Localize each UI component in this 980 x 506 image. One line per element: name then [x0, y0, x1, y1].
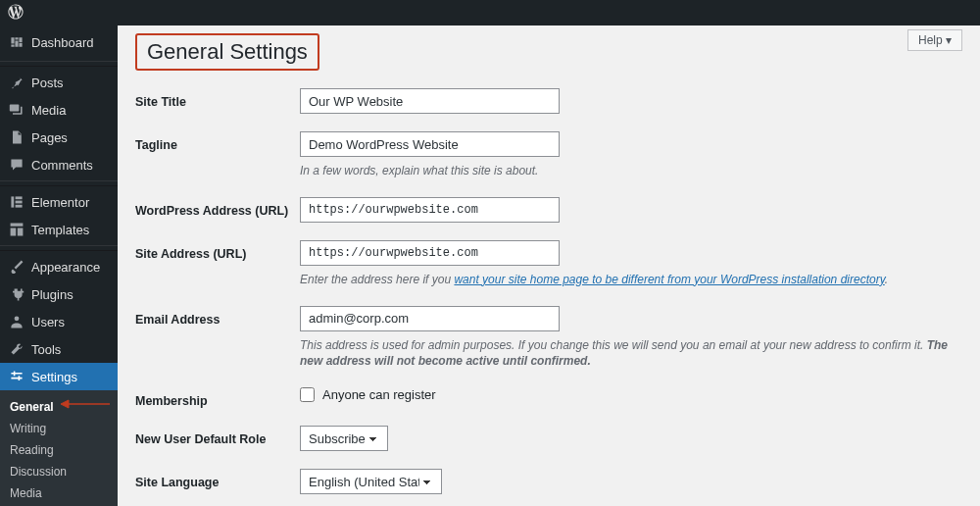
svg-rect-3 [16, 205, 23, 208]
menu-label: Pages [31, 130, 68, 145]
site-title-input[interactable] [300, 88, 560, 114]
users-icon [8, 314, 25, 329]
email-input[interactable] [300, 306, 560, 331]
sidebar-item-users[interactable]: Users [0, 308, 118, 335]
sidebar-item-posts[interactable]: Posts [0, 69, 118, 96]
menu-separator [0, 180, 118, 186]
svg-marker-5 [61, 400, 69, 408]
label-site-url: Site Address (URL) [135, 240, 300, 261]
row-site-url: Site Address (URL) Enter the address her… [135, 240, 962, 288]
menu-label: Elementor [31, 195, 89, 210]
settings-form: Site Title Tagline In a few words, expla… [135, 88, 962, 494]
submenu-label: Media [10, 486, 42, 500]
label-site-title: Site Title [135, 88, 300, 109]
brush-icon [8, 259, 25, 275]
default-role-select[interactable]: Subscriber [300, 426, 388, 451]
wrench-icon [8, 341, 25, 357]
menu-separator [0, 61, 118, 67]
label-email: Email Address [135, 306, 300, 327]
language-select[interactable]: English (United States) [300, 469, 442, 494]
svg-rect-1 [16, 196, 23, 199]
row-tagline: Tagline In a few words, explain what thi… [135, 131, 962, 179]
annotation-arrow-icon [61, 398, 110, 408]
label-tagline: Tagline [135, 131, 300, 152]
label-default-role: New User Default Role [135, 426, 300, 446]
email-description: This address is used for admin purposes.… [300, 337, 962, 371]
submenu-item-writing[interactable]: Writing [0, 418, 118, 439]
sidebar-item-templates[interactable]: Templates [0, 216, 118, 243]
svg-rect-2 [16, 201, 23, 204]
menu-label: Plugins [31, 287, 74, 302]
comments-icon [8, 157, 25, 173]
svg-rect-0 [11, 196, 14, 207]
admin-top-bar [0, 0, 980, 25]
help-button[interactable]: Help [907, 29, 962, 51]
sidebar-item-comments[interactable]: Comments [0, 151, 118, 178]
menu-separator [0, 245, 118, 251]
pin-icon [8, 75, 25, 90]
menu-label: Appearance [31, 260, 100, 275]
sidebar-item-media[interactable]: Media [0, 96, 118, 124]
main-content: Help General Settings Site Title Tagline… [118, 25, 980, 506]
admin-sidebar: Dashboard Posts Media Pages Comments [0, 25, 118, 506]
page-title: General Settings [135, 33, 319, 71]
submenu-item-media[interactable]: Media [0, 482, 118, 504]
sidebar-item-elementor[interactable]: Elementor [0, 188, 118, 216]
menu-label: Settings [31, 370, 77, 384]
row-site-title: Site Title [135, 88, 962, 114]
submenu-label: Discussion [10, 465, 67, 479]
dashboard-icon [8, 34, 25, 50]
elementor-icon [8, 194, 25, 210]
page-icon [8, 129, 25, 145]
membership-checkbox-label[interactable]: Anyone can register [300, 387, 436, 402]
sidebar-item-dashboard[interactable]: Dashboard [0, 25, 118, 59]
wp-url-input[interactable] [300, 197, 560, 223]
plug-icon [8, 286, 25, 302]
menu-label: Templates [31, 223, 89, 237]
menu-label: Dashboard [31, 35, 94, 50]
menu-label: Tools [31, 342, 61, 357]
sidebar-item-settings[interactable]: Settings [0, 363, 118, 390]
sliders-icon [8, 369, 25, 384]
label-membership: Membership [135, 387, 300, 408]
sidebar-item-plugins[interactable]: Plugins [0, 280, 118, 308]
row-membership: Membership Anyone can register [135, 387, 962, 408]
site-url-help-link[interactable]: want your site home page to be different… [454, 273, 884, 286]
site-url-description: Enter the address here if you want your … [300, 272, 962, 288]
menu-label: Comments [31, 158, 93, 173]
menu-label: Users [31, 315, 65, 329]
row-wp-url: WordPress Address (URL) [135, 197, 962, 223]
submenu-item-general[interactable]: General [0, 396, 118, 418]
row-default-role: New User Default Role Subscriber [135, 426, 962, 451]
label-language: Site Language [135, 469, 300, 489]
media-icon [8, 102, 25, 118]
site-url-input[interactable] [300, 240, 560, 266]
wordpress-logo-icon[interactable] [8, 4, 24, 23]
label-wp-url: WordPress Address (URL) [135, 197, 300, 218]
submenu-label: Writing [10, 422, 46, 435]
submenu-label: General [10, 400, 54, 414]
submenu-label: Reading [10, 443, 54, 457]
tagline-input[interactable] [300, 131, 560, 157]
settings-submenu: General Writing Reading Discussion Media… [0, 390, 118, 506]
menu-label: Media [31, 103, 66, 118]
sidebar-item-tools[interactable]: Tools [0, 335, 118, 363]
tagline-description: In a few words, explain what this site i… [300, 163, 962, 179]
row-email: Email Address This address is used for a… [135, 306, 962, 371]
menu-label: Posts [31, 76, 64, 90]
membership-checkbox[interactable] [300, 387, 315, 402]
submenu-item-reading[interactable]: Reading [0, 439, 118, 461]
templates-icon [8, 222, 25, 237]
sidebar-item-appearance[interactable]: Appearance [0, 253, 118, 280]
sidebar-item-pages[interactable]: Pages [0, 124, 118, 151]
row-language: Site Language English (United States) [135, 469, 962, 494]
submenu-item-discussion[interactable]: Discussion [0, 461, 118, 482]
